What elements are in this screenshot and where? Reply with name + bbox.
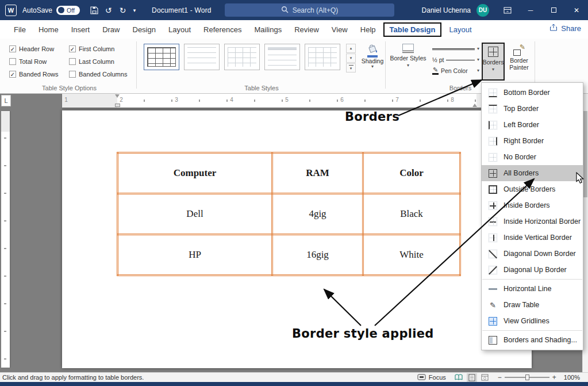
table-cell[interactable]: Dell (118, 194, 272, 235)
tab-references[interactable]: References (197, 22, 248, 37)
tab-help[interactable]: Help (354, 22, 382, 37)
maximize-icon[interactable] (542, 0, 565, 20)
first-line-indent-marker[interactable] (115, 94, 120, 98)
user-name[interactable]: Daniel Uchenna (422, 6, 471, 14)
table-cell[interactable]: 16gig (272, 235, 363, 276)
checkbox-icon[interactable] (69, 58, 76, 65)
checkbox-icon[interactable]: ✓ (9, 71, 16, 78)
web-layout-icon[interactable] (480, 373, 490, 382)
right-indent-marker[interactable] (472, 104, 477, 107)
checkbox-first-column[interactable]: ✓ First Column (69, 45, 114, 52)
table-style-thumbnail[interactable] (305, 44, 340, 70)
border-style-sample-dropdown[interactable]: ▾ (432, 44, 479, 54)
tab-file[interactable]: File (7, 22, 32, 37)
tab-review[interactable]: Review (288, 22, 325, 37)
checkbox-banded-rows[interactable]: ✓ Banded Rows (9, 71, 59, 78)
checkbox-total-row[interactable]: Total Row (9, 58, 47, 65)
avatar[interactable]: DU (476, 4, 489, 17)
table-style-thumbnail-selected[interactable] (144, 44, 179, 70)
tab-table-layout[interactable]: Layout (443, 22, 478, 37)
word-app-icon[interactable]: W (5, 5, 17, 16)
menu-item-inside-borders[interactable]: Inside Borders (482, 197, 583, 213)
scrollbar-thumb[interactable] (583, 111, 587, 197)
menu-item-diagonal-up-border[interactable]: Diagonal Up Border (482, 262, 583, 278)
checkbox-last-column[interactable]: Last Column (69, 58, 114, 65)
print-layout-icon[interactable] (467, 373, 477, 382)
gallery-down-icon[interactable]: ▾ (346, 53, 356, 63)
menu-item-borders-and-shading[interactable]: Borders and Shading... (482, 332, 583, 348)
table-cell[interactable]: White (363, 235, 460, 276)
menu-item-diagonal-down-border[interactable]: Diagonal Down Border (482, 246, 583, 262)
tab-table-design[interactable]: Table Design (383, 22, 442, 37)
zoom-slider[interactable] (505, 377, 549, 378)
zoom-out-icon[interactable]: − (498, 373, 502, 381)
menu-item-no-border[interactable]: No Border (482, 149, 583, 165)
checkbox-icon[interactable] (9, 58, 16, 65)
table-header-cell[interactable]: Color (363, 153, 460, 194)
customize-quick-access-icon[interactable]: ▾ (130, 0, 139, 20)
menu-item-draw-table[interactable]: ✎ Draw Table (482, 297, 583, 313)
menu-item-all-borders[interactable]: All Borders (482, 165, 583, 181)
zoom-level[interactable]: 100% (564, 374, 580, 381)
checkbox-label: Banded Rows (19, 71, 59, 78)
gallery-up-icon[interactable]: ▴ (346, 44, 356, 53)
borders-button[interactable]: Borders ▾ (482, 43, 505, 81)
checkbox-header-row[interactable]: ✓ Header Row (9, 45, 54, 52)
save-icon[interactable] (87, 0, 101, 20)
menu-item-right-border[interactable]: Right Border (482, 133, 583, 149)
tab-insert[interactable]: Insert (65, 22, 97, 37)
focus-button[interactable]: Focus (417, 374, 446, 381)
table-header-cell[interactable]: RAM (272, 153, 363, 194)
search-box[interactable]: Search (Alt+Q) (225, 3, 394, 17)
ribbon-display-options-icon[interactable] (496, 0, 519, 20)
table-cell[interactable]: HP (118, 235, 272, 276)
autosave-toggle[interactable]: Off (56, 6, 80, 15)
menu-item-label: Inside Horizontal Border (504, 217, 581, 226)
table-cell[interactable]: 4gig (272, 194, 363, 235)
zoom-in-icon[interactable]: + (552, 373, 556, 381)
gallery-more-icon[interactable]: ▾ (346, 63, 356, 72)
shading-button[interactable]: Shading ▾ (361, 44, 384, 69)
menu-item-outside-borders[interactable]: Outside Borders (482, 181, 583, 197)
table-cell[interactable]: Black (363, 194, 460, 235)
menu-item-top-border[interactable]: Top Border (482, 101, 583, 117)
document-table[interactable]: Computer RAM Color Dell 4gig Black HP 16… (117, 152, 461, 276)
table-style-thumbnail[interactable] (184, 44, 220, 70)
share-button[interactable]: Share (549, 24, 581, 33)
tab-layout[interactable]: Layout (162, 22, 197, 37)
menu-item-view-gridlines[interactable]: View Gridlines (482, 313, 583, 329)
tab-design[interactable]: Design (126, 22, 162, 37)
horizontal-line-icon (489, 285, 497, 293)
table-style-thumbnail[interactable] (264, 44, 300, 70)
pen-weight-dropdown[interactable]: ½ pt ▾ (432, 55, 479, 65)
checkbox-icon[interactable]: ✓ (69, 45, 76, 52)
table-header-cell[interactable]: Computer (118, 153, 272, 194)
zoom-slider-thumb[interactable] (525, 374, 529, 380)
close-icon[interactable]: ✕ (565, 0, 588, 20)
menu-item-inside-horizontal-border[interactable]: Inside Horizontal Border (482, 213, 583, 230)
tab-home[interactable]: Home (32, 22, 65, 37)
tab-mailings[interactable]: Mailings (248, 22, 289, 37)
chevron-down-icon: ▾ (407, 63, 409, 68)
table-style-thumbnail[interactable] (224, 44, 260, 70)
vertical-ruler[interactable] (1, 111, 10, 368)
tab-draw[interactable]: Draw (96, 22, 126, 37)
left-indent-marker[interactable] (115, 104, 120, 107)
checkbox-icon[interactable]: ✓ (9, 45, 16, 52)
border-painter-button[interactable]: ✎ Border Painter (506, 43, 532, 81)
checkbox-banded-columns[interactable]: Banded Columns (69, 71, 127, 78)
undo-icon[interactable]: ↺ (101, 0, 116, 20)
tab-selector[interactable]: L (1, 95, 11, 106)
menu-item-bottom-border[interactable]: Bottom Border (482, 85, 583, 101)
menu-item-left-border[interactable]: Left Border (482, 117, 583, 133)
pen-color-dropdown[interactable]: ✎ Pen Color ▾ (432, 66, 479, 76)
menu-item-horizontal-line[interactable]: Horizontal Line (482, 281, 583, 297)
border-styles-button[interactable]: Border Styles ▾ (387, 44, 429, 68)
checkbox-icon[interactable] (69, 71, 76, 78)
horizontal-ruler[interactable]: 1 2 3 4 5 6 7 8 (62, 94, 532, 108)
tab-view[interactable]: View (325, 22, 354, 37)
menu-item-inside-vertical-border[interactable]: Inside Vertical Border (482, 230, 583, 246)
minimize-icon[interactable]: ─ (519, 0, 542, 20)
read-mode-icon[interactable] (454, 373, 464, 382)
redo-icon[interactable]: ↻ (116, 0, 130, 20)
